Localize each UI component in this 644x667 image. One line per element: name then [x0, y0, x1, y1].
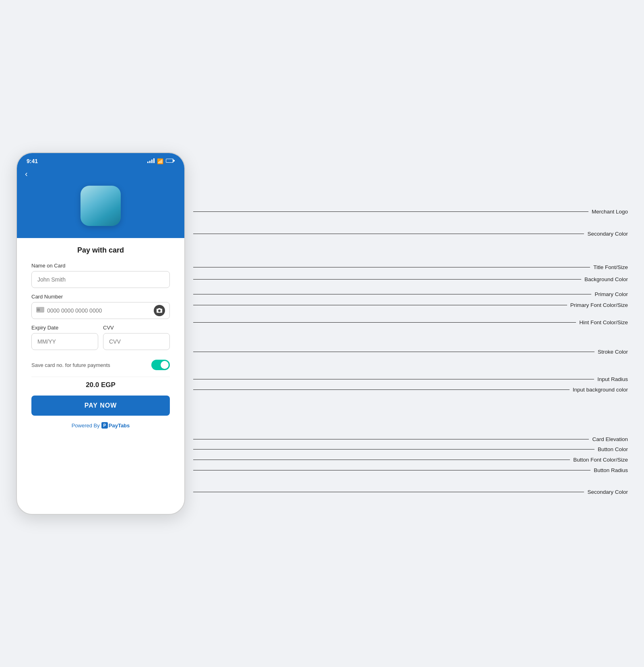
- annotation-primary-font-color: Primary Font Color/Size: [193, 302, 628, 308]
- card-chip-icon: [36, 307, 44, 314]
- powered-by: Powered By P PayTabs: [31, 422, 170, 437]
- signal-icon: [147, 158, 155, 164]
- cvv-label: CVV: [103, 325, 170, 331]
- svg-rect-2: [173, 160, 175, 162]
- expiry-field-wrapper: Expiry Date: [31, 325, 98, 350]
- payment-card: Pay with card Name on Card Card Number: [22, 238, 180, 445]
- annotations-panel: Merchant Logo Secondary Color Title Font…: [193, 152, 628, 515]
- ann-label-primary-font-color: Primary Font Color/Size: [567, 302, 628, 308]
- ann-label-merchant-logo: Merchant Logo: [588, 209, 628, 215]
- cvv-field-wrapper: CVV: [103, 325, 170, 350]
- ann-label-button-radius: Button Radius: [590, 467, 628, 473]
- paytabs-p-icon: P: [101, 422, 108, 429]
- page-container: 9:41 📶: [16, 152, 628, 515]
- ann-label-card-elevation: Card Elevation: [589, 436, 628, 442]
- annotation-bg-color: Background Color: [193, 276, 628, 282]
- annotation-merchant-logo: Merchant Logo: [193, 209, 628, 215]
- ann-line: [193, 389, 570, 390]
- annotation-primary-color: Primary Color: [193, 291, 628, 297]
- ann-label-button-color: Button Color: [594, 446, 628, 452]
- ann-label-title-font: Title Font/Size: [590, 264, 628, 270]
- time-display: 9:41: [27, 158, 38, 164]
- ann-label-input-bg-color: Input background color: [570, 387, 628, 393]
- powered-by-text: Powered By: [72, 423, 100, 429]
- ann-label-button-font-color: Button Font Color/Size: [570, 457, 628, 463]
- save-card-text: Save card no. for future payments: [31, 362, 110, 368]
- ann-line: [193, 322, 576, 323]
- paytabs-name: PayTabs: [109, 423, 130, 429]
- ann-line: [193, 470, 590, 470]
- annotation-button-color: Button Color: [193, 446, 628, 452]
- camera-icon[interactable]: [154, 305, 165, 316]
- svg-rect-1: [166, 159, 173, 162]
- pay-now-button[interactable]: PAY NOW: [31, 396, 170, 416]
- annotation-hint-font-color: Hint Font Color/Size: [193, 319, 628, 325]
- merchant-logo: [80, 186, 121, 226]
- annotation-secondary-color-1: Secondary Color: [193, 231, 628, 237]
- card-number-label: Card Number: [31, 294, 170, 300]
- annotation-input-radius: Input Radius: [193, 376, 628, 382]
- toggle-knob: [161, 361, 169, 369]
- ann-line: [193, 379, 594, 379]
- annotation-secondary-color-2: Secondary Color: [193, 489, 628, 495]
- wifi-icon: 📶: [157, 158, 163, 164]
- save-card-row: Save card no. for future payments: [31, 356, 170, 377]
- name-label: Name on Card: [31, 263, 170, 269]
- expiry-cvv-row: Expiry Date CVV: [31, 325, 170, 350]
- ann-line: [193, 305, 567, 305]
- amount-display: 20.0 EGP: [31, 377, 170, 396]
- battery-icon: [166, 158, 175, 164]
- ann-line: [193, 492, 584, 492]
- phone-header: 9:41 📶: [17, 153, 184, 238]
- ann-line: [193, 449, 594, 450]
- ann-label-stroke-color: Stroke Color: [594, 349, 628, 355]
- paytabs-logo: P PayTabs: [101, 422, 130, 429]
- name-input[interactable]: [31, 271, 170, 288]
- ann-label-bg-color: Background Color: [581, 276, 628, 282]
- card-number-wrapper: [31, 302, 170, 319]
- phone-mockup: 9:41 📶: [16, 152, 185, 515]
- status-icons: 📶: [147, 158, 175, 164]
- ann-line: [193, 211, 588, 212]
- pay-with-card-title: Pay with card: [31, 246, 170, 255]
- merchant-logo-container: [17, 182, 184, 238]
- annotation-stroke-color: Stroke Color: [193, 349, 628, 355]
- ann-label-hint-font-color: Hint Font Color/Size: [576, 319, 628, 325]
- expiry-input[interactable]: [31, 333, 98, 350]
- expiry-label: Expiry Date: [31, 325, 98, 331]
- back-button[interactable]: ‹: [17, 168, 184, 182]
- cvv-input[interactable]: [103, 333, 170, 350]
- card-number-input[interactable]: [31, 302, 170, 319]
- ann-label-secondary-color-1: Secondary Color: [584, 231, 628, 237]
- svg-rect-4: [37, 309, 40, 311]
- annotation-input-bg-color: Input background color: [193, 387, 628, 393]
- annotation-button-font-color: Button Font Color/Size: [193, 457, 628, 463]
- phone-bottom-padding: [17, 445, 184, 461]
- ann-line: [193, 294, 591, 294]
- annotation-card-elevation: Card Elevation: [193, 436, 628, 442]
- ann-line: [193, 234, 584, 234]
- ann-line: [193, 352, 594, 352]
- ann-label-input-radius: Input Radius: [594, 376, 628, 382]
- annotation-title-font: Title Font/Size: [193, 264, 628, 270]
- annotation-button-radius: Button Radius: [193, 467, 628, 473]
- ann-line: [193, 267, 590, 267]
- ann-line: [193, 460, 570, 460]
- save-card-toggle[interactable]: [151, 360, 170, 370]
- status-bar: 9:41 📶: [17, 153, 184, 168]
- ann-label-secondary-color-2: Secondary Color: [584, 489, 628, 495]
- ann-label-primary-color: Primary Color: [591, 291, 628, 297]
- ann-line: [193, 439, 589, 439]
- ann-line: [193, 279, 581, 280]
